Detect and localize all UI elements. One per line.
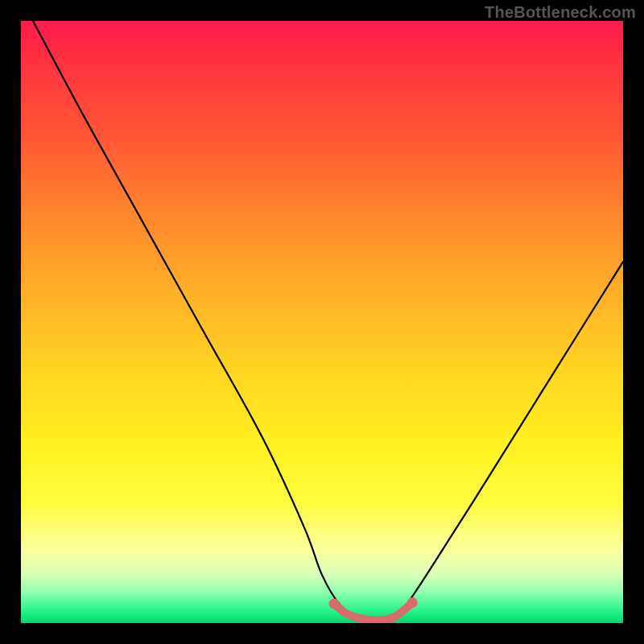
plot-area — [21, 21, 623, 623]
optimal-range-dot — [328, 599, 339, 609]
optimal-range-path — [334, 603, 412, 621]
watermark-text: TheBottleneck.com — [485, 3, 636, 22]
curve-layer — [21, 21, 623, 623]
optimal-range-dot — [407, 597, 418, 608]
bottleneck-curve-path — [33, 21, 623, 621]
bottleneck-chart: TheBottleneck.com — [0, 0, 644, 644]
